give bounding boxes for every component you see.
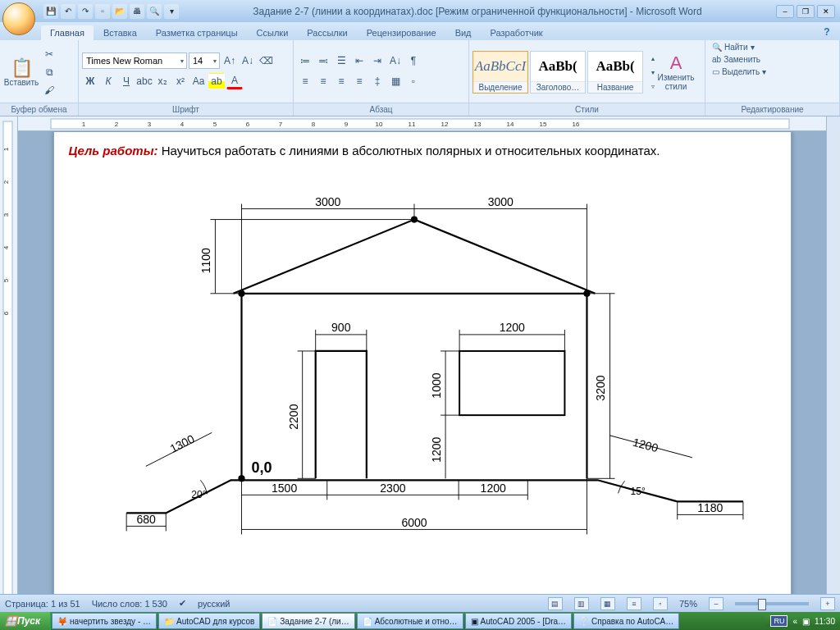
goal-label: Цель работы:	[69, 144, 158, 158]
language-indicator[interactable]: RU	[770, 615, 788, 627]
svg-text:2200: 2200	[286, 404, 299, 429]
taskbar-firefox[interactable]: 🦊 начертить звезду - …	[52, 613, 157, 629]
shading-icon[interactable]: ▦	[387, 73, 404, 89]
taskbar-word2[interactable]: 📄 Абсолютные и отно…	[357, 613, 463, 629]
status-page[interactable]: Страница: 1 из 51	[5, 599, 80, 609]
grow-font-icon[interactable]: A↑	[221, 52, 238, 69]
underline-icon[interactable]: Ч	[118, 73, 135, 89]
tray-network-icon[interactable]: ▣	[802, 617, 810, 626]
shrink-font-icon[interactable]: A↓	[240, 52, 256, 69]
minimize-button[interactable]: –	[776, 5, 794, 18]
style-heading[interactable]: AaBb(Заголово…	[530, 51, 586, 94]
taskbar-folder[interactable]: 📁 AutoCAD для курсов	[158, 613, 260, 629]
view-read-icon[interactable]: ▥	[574, 597, 589, 610]
svg-text:12: 12	[441, 121, 449, 128]
borders-icon[interactable]: ▫	[405, 73, 422, 89]
style-emphasis[interactable]: AaBbCcIВыделение	[472, 51, 528, 94]
sort-icon[interactable]: A↓	[387, 52, 404, 69]
strike-icon[interactable]: abc	[136, 73, 153, 89]
italic-icon[interactable]: К	[100, 73, 116, 89]
paste-button[interactable]: 📋Вставить	[3, 55, 39, 90]
view-print-icon[interactable]: ▤	[548, 597, 563, 610]
bullets-icon[interactable]: ≔	[297, 52, 313, 69]
numbering-icon[interactable]: ≕	[315, 52, 331, 69]
tab-insert[interactable]: Вставка	[94, 25, 146, 40]
zoom-in-icon[interactable]: +	[820, 597, 835, 610]
format-painter-icon[interactable]: 🖌	[41, 82, 57, 98]
clock[interactable]: 11:30	[815, 617, 835, 626]
svg-text:10: 10	[376, 121, 383, 128]
multilevel-icon[interactable]: ☰	[333, 52, 349, 69]
svg-text:6: 6	[2, 311, 10, 315]
restore-button[interactable]: ❐	[797, 5, 815, 18]
close-button[interactable]: ✕	[817, 5, 835, 18]
taskbar-autocad[interactable]: ▣ AutoCAD 2005 - [Dra…	[465, 613, 573, 629]
help-icon[interactable]: ?	[819, 24, 835, 40]
tab-review[interactable]: Рецензирование	[358, 25, 445, 40]
align-right-icon[interactable]: ≡	[333, 73, 349, 89]
svg-text:2300: 2300	[380, 482, 405, 495]
view-outline-icon[interactable]: ≡	[627, 597, 641, 610]
redo-icon[interactable]: ↷	[78, 4, 93, 19]
tab-view[interactable]: Вид	[446, 25, 481, 40]
vertical-ruler: 12 34 56	[0, 116, 18, 612]
font-size-combo[interactable]: 14	[189, 52, 220, 69]
save-icon[interactable]: 💾	[43, 4, 58, 19]
align-left-icon[interactable]: ≡	[297, 73, 313, 89]
justify-icon[interactable]: ≡	[351, 73, 368, 89]
style-title[interactable]: AaBb(Название	[587, 51, 643, 94]
start-button[interactable]: 🪟 Пуск	[0, 612, 51, 630]
group-clipboard-label: Буфер обмена	[0, 103, 78, 116]
svg-text:11: 11	[409, 121, 416, 128]
vertical-scrollbar[interactable]	[826, 116, 840, 612]
change-styles-button[interactable]: AИзменить стили	[658, 50, 694, 94]
superscript-icon[interactable]: x²	[172, 73, 189, 89]
qat-more-icon[interactable]: ▾	[164, 4, 179, 19]
tab-home[interactable]: Главная	[41, 25, 94, 40]
find-button[interactable]: 🔍Найти ▾	[709, 42, 836, 52]
svg-text:6000: 6000	[401, 516, 427, 529]
status-lang[interactable]: русский	[198, 599, 230, 609]
taskbar-word-active[interactable]: 📄 Задание 2-7 (ли…	[262, 613, 354, 629]
line-spacing-icon[interactable]: ‡	[369, 73, 386, 89]
outdent-icon[interactable]: ⇤	[351, 52, 368, 69]
zoom-out-icon[interactable]: –	[709, 597, 724, 610]
svg-text:1180: 1180	[697, 501, 723, 514]
svg-text:13: 13	[474, 121, 482, 128]
proofing-icon[interactable]: ✔	[179, 598, 186, 609]
new-icon[interactable]: ▫	[95, 4, 110, 19]
tab-layout[interactable]: Разметка страницы	[147, 25, 247, 40]
print-icon[interactable]: 🖶	[130, 4, 144, 19]
zoom-slider[interactable]	[735, 602, 809, 605]
bold-icon[interactable]: Ж	[82, 73, 98, 89]
indent-icon[interactable]: ⇥	[369, 52, 386, 69]
tab-developer[interactable]: Разработчик	[482, 25, 552, 40]
copy-icon[interactable]: ⧉	[41, 64, 57, 80]
undo-icon[interactable]: ↶	[61, 4, 75, 19]
document-page: Цель работы: Научиться работать с линиям…	[53, 131, 792, 599]
case-icon[interactable]: Aa	[190, 73, 207, 89]
highlight-icon[interactable]: ab	[208, 73, 225, 89]
svg-rect-24	[459, 351, 564, 415]
status-words[interactable]: Число слов: 1 530	[92, 599, 167, 609]
open-icon[interactable]: 📂	[112, 4, 127, 19]
font-color-icon[interactable]: A	[226, 73, 243, 89]
tab-references[interactable]: Ссылки	[248, 25, 298, 40]
taskbar-help[interactable]: ❔ Справка по AutoCA…	[573, 613, 679, 629]
view-web-icon[interactable]: ▦	[600, 597, 615, 610]
font-family-combo[interactable]: Times New Roman	[82, 52, 187, 69]
tray-expand-icon[interactable]: «	[792, 617, 797, 626]
office-button[interactable]	[2, 2, 35, 35]
svg-text:7: 7	[279, 121, 283, 128]
zoom-level[interactable]: 75%	[679, 599, 697, 609]
replace-button[interactable]: abЗаменить	[709, 54, 836, 65]
tab-mailings[interactable]: Рассылки	[298, 25, 356, 40]
preview-icon[interactable]: 🔍	[147, 4, 162, 19]
show-marks-icon[interactable]: ¶	[405, 52, 422, 69]
align-center-icon[interactable]: ≡	[315, 73, 331, 89]
cut-icon[interactable]: ✂	[41, 46, 57, 62]
select-button[interactable]: ▭Выделить ▾	[709, 66, 836, 77]
view-draft-icon[interactable]: ▫	[653, 597, 668, 610]
clear-format-icon[interactable]: ⌫	[258, 52, 274, 69]
subscript-icon[interactable]: x₂	[154, 73, 171, 89]
